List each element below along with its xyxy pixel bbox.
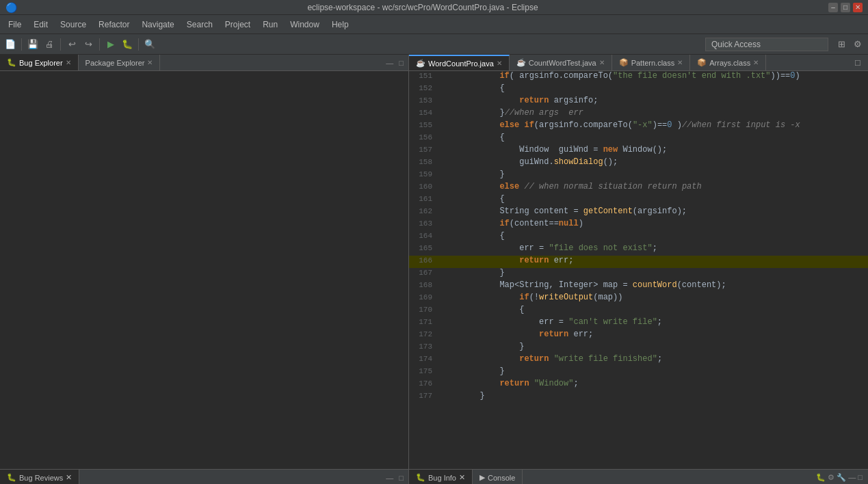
tab-arrays-class-close[interactable]: ✕ (753, 59, 759, 66)
tab-bug-info[interactable]: 🐛 Bug Info ✕ (409, 470, 473, 484)
bug-reviews-maximize[interactable]: □ (397, 474, 406, 482)
bug-reviews-minimize[interactable]: — (384, 474, 395, 482)
menu-refactor[interactable]: Refactor (93, 17, 135, 32)
tab-bug-explorer-label: Bug Explorer (19, 59, 63, 67)
bug-explorer-icon: 🐛 (7, 58, 16, 67)
tab-wordcountpro-close[interactable]: ✕ (497, 59, 502, 67)
menu-edit[interactable]: Edit (28, 17, 53, 32)
left-panel-tabs: 🐛 Bug Explorer ✕ Package Explorer ✕ — □ (0, 55, 408, 71)
code-line-168: 168 Map<String, Integer> map = countWord… (409, 280, 868, 293)
undo-button[interactable]: ↩ (64, 37, 79, 52)
window-controls: – □ ✕ (828, 3, 863, 12)
bug-explorer-close[interactable]: ✕ (66, 59, 71, 66)
tab-arrays-class[interactable]: 📦 Arrays.class ✕ (690, 55, 766, 70)
bug-reviews-close[interactable]: ✕ (66, 473, 72, 482)
code-line-171: 171 err = "can't write file"; (409, 317, 868, 330)
tab-bug-reviews[interactable]: 🐛 Bug Reviews ✕ (0, 470, 79, 484)
bug-info-icon-1[interactable]: 🐛 (816, 473, 826, 482)
bug-reviews-panel: 🐛 Bug Reviews ✕ — □ Cloud info: (0, 470, 409, 484)
perspective-button[interactable]: ⊞ (834, 37, 849, 52)
main-layout: 🐛 Bug Explorer ✕ Package Explorer ✕ — □ … (0, 55, 868, 469)
code-line-153: 153 return argsinfo; (409, 96, 868, 108)
code-line-154: 154 }//when args err (409, 108, 868, 120)
menu-file[interactable]: File (3, 17, 27, 32)
code-line-172: 172 return err; (409, 330, 868, 342)
package-explorer-close[interactable]: ✕ (147, 59, 153, 66)
tab-bug-explorer[interactable]: 🐛 Bug Explorer ✕ (0, 55, 79, 70)
bug-info-tabs: 🐛 Bug Info ✕ ▶ Console 🐛 ⚙ 🔧 — □ (409, 470, 868, 484)
code-line-164: 164 { (409, 231, 868, 243)
menu-search[interactable]: Search (181, 17, 218, 32)
tab-countwordtest-close[interactable]: ✕ (599, 59, 605, 66)
tab-countwordtest-label: CountWordTest.java (529, 59, 596, 67)
java-icon-1: ☕ (416, 59, 425, 68)
tab-package-explorer-label: Package Explorer (86, 59, 145, 67)
tab-pattern-class-close[interactable]: ✕ (677, 59, 683, 66)
editor-maximize[interactable]: □ (850, 55, 865, 70)
left-panel-minimize[interactable]: — (384, 59, 395, 67)
menu-window[interactable]: Window (285, 17, 325, 32)
code-line-152: 152 { (409, 83, 868, 96)
tab-pattern-class[interactable]: 📦 Pattern.class ✕ (612, 55, 691, 70)
redo-button[interactable]: ↪ (81, 37, 96, 52)
search-button[interactable]: 🔍 (142, 37, 157, 52)
java-icon-2: ☕ (516, 58, 526, 67)
debug-button[interactable]: 🐛 (120, 37, 135, 52)
editor-tabs: ☕ WordCountPro.java ✕ ☕ CountWordTest.ja… (409, 55, 868, 71)
code-line-177: 177 } (409, 391, 868, 403)
tab-arrays-class-label: Arrays.class (709, 59, 750, 67)
window-title: eclipse-workspace - wc/src/wcPro/WordCou… (17, 3, 828, 12)
code-line-169: 169 if(!writeOutput(map)) (409, 293, 868, 305)
bug-reviews-actions: — □ (384, 474, 408, 482)
code-line-157: 157 Window guiWnd = new Window(); (409, 145, 868, 157)
tab-package-explorer[interactable]: Package Explorer ✕ (79, 55, 161, 70)
code-area[interactable]: 151 if( argsinfo.compareTo("the file doe… (409, 71, 868, 469)
new-button[interactable]: 📄 (3, 37, 18, 52)
minimize-button[interactable]: – (828, 3, 838, 12)
code-line-156: 156 { (409, 133, 868, 145)
quick-access-input[interactable]: Quick Access (705, 38, 828, 51)
menu-project[interactable]: Project (220, 17, 256, 32)
menu-navigate[interactable]: Navigate (136, 17, 179, 32)
print-button[interactable]: 🖨 (42, 37, 57, 52)
code-line-155: 155 else if(argsinfo.compareTo("-x")==0 … (409, 120, 868, 133)
maximize-button[interactable]: □ (841, 3, 850, 12)
tab-bug-info-label: Bug Info (428, 474, 456, 482)
code-line-173: 173 } (409, 342, 868, 354)
toolbar-sep-2 (60, 38, 61, 51)
code-line-163: 163 if(content==null) (409, 219, 868, 231)
tab-console-label: Console (488, 474, 515, 482)
save-button[interactable]: 💾 (25, 37, 40, 52)
bug-info-minimize[interactable]: — (848, 473, 856, 482)
run-button[interactable]: ▶ (103, 37, 118, 52)
code-line-174: 174 return "write file finished"; (409, 354, 868, 366)
wm-icon: 🔵 (5, 2, 17, 13)
bottom-panels: 🐛 Bug Reviews ✕ — □ Cloud info: 🐛 Bug In… (0, 469, 868, 484)
menu-source[interactable]: Source (55, 17, 92, 32)
bug-reviews-tabs: 🐛 Bug Reviews ✕ — □ (0, 470, 408, 484)
bug-info-close[interactable]: ✕ (459, 473, 465, 482)
tab-wordcountpro[interactable]: ☕ WordCountPro.java ✕ (409, 55, 510, 70)
code-line-159: 159 } (409, 170, 868, 182)
left-panel-maximize[interactable]: □ (397, 59, 406, 67)
menu-help[interactable]: Help (326, 17, 354, 32)
close-button[interactable]: ✕ (853, 3, 863, 12)
toolbar: 📄 💾 🖨 ↩ ↪ ▶ 🐛 🔍 Quick Access ⊞ ⚙ (0, 34, 868, 55)
code-line-165: 165 err = "file does not exist"; (409, 243, 868, 256)
bug-info-maximize[interactable]: □ (858, 473, 863, 482)
settings-button[interactable]: ⚙ (850, 37, 865, 52)
console-icon: ▶ (479, 473, 485, 482)
code-line-158: 158 guiWnd.showDialog(); (409, 157, 868, 170)
left-panel-actions: — □ (384, 59, 408, 67)
bug-info-icon-2[interactable]: ⚙ (828, 473, 834, 482)
bug-info-icon: 🐛 (416, 473, 425, 482)
toolbar-sep-1 (21, 38, 22, 51)
menu-run[interactable]: Run (257, 17, 283, 32)
tab-countwordtest[interactable]: ☕ CountWordTest.java ✕ (510, 55, 612, 70)
tab-console[interactable]: ▶ Console (473, 470, 523, 484)
code-line-175: 175 } (409, 366, 868, 379)
code-line-167: 167 } (409, 268, 868, 280)
bug-info-icon-3[interactable]: 🔧 (837, 473, 846, 482)
code-line-161: 161 { (409, 194, 868, 206)
code-line-170: 170 { (409, 305, 868, 317)
